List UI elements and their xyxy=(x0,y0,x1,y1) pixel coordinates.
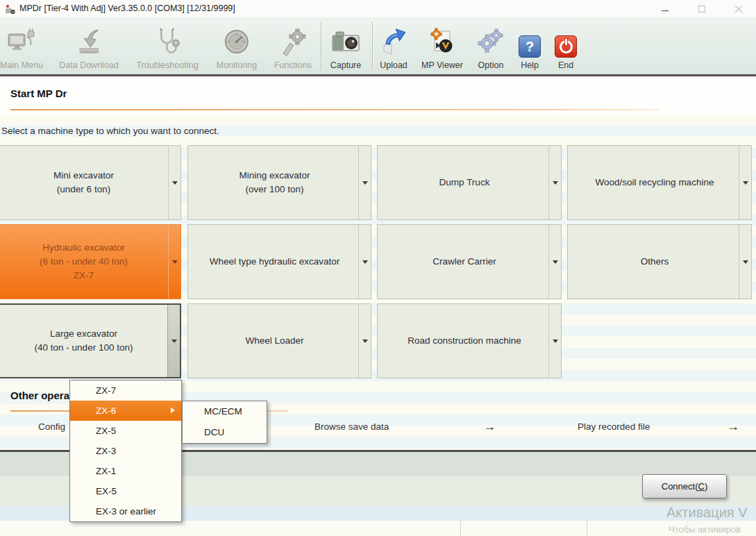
machine-button-wheel-type-hydraulic-excavator[interactable]: Wheel type hydraulic excavator xyxy=(187,224,371,299)
machine-button-wood-soil-recycling[interactable]: Wood/soil recycling machine xyxy=(567,145,752,220)
data-download-icon xyxy=(74,27,104,58)
app-window: MPDr [Tier-4 With Adj] Ver3.35.0.0 [COM3… xyxy=(0,0,756,536)
machine-button-road-construction-machine[interactable]: Road construction machine xyxy=(377,303,562,378)
minimize-icon xyxy=(661,5,669,13)
dropdown-arrow-icon xyxy=(553,340,558,343)
submenu-item-mc-ecm[interactable]: MC/ECM xyxy=(183,401,267,422)
menu-item-zx1[interactable]: ZX-1 xyxy=(70,461,181,481)
button-label: Hydraulic excavator xyxy=(40,241,128,255)
bottom-band xyxy=(0,521,756,536)
close-button[interactable] xyxy=(723,0,755,18)
toolbar-end-button[interactable]: End xyxy=(555,24,577,70)
dropdown-arrow-icon xyxy=(362,260,368,264)
dropdown-arrow-strip[interactable] xyxy=(358,146,371,219)
dropdown-arrow-icon xyxy=(172,260,178,264)
dropdown-arrow-strip[interactable] xyxy=(358,304,371,378)
machine-button-others[interactable]: Others xyxy=(567,224,752,299)
page-header: Start MP Dr xyxy=(0,76,756,115)
menu-item-label: ZX-6 xyxy=(96,405,116,416)
mp-viewer-icon xyxy=(427,27,457,58)
toolbar-mp-viewer-button[interactable]: MP Viewer xyxy=(421,24,463,70)
toolbar-help-button[interactable]: ? Help xyxy=(519,24,541,70)
toolbar-label: Capture xyxy=(330,60,361,70)
connect-accesskey: C xyxy=(698,481,705,492)
dropdown-arrow-strip[interactable] xyxy=(167,305,180,377)
menu-item-zx3[interactable]: ZX-3 xyxy=(70,441,181,461)
dropdown-arrow-strip[interactable] xyxy=(168,225,180,299)
machine-button-large-excavator[interactable]: Large excavator(40 ton - under 100 ton) xyxy=(0,303,181,378)
button-label: Wheel Loader xyxy=(245,334,303,348)
button-label: Others xyxy=(641,255,669,269)
dropdown-arrow-icon xyxy=(553,181,558,185)
machine-button-dump-truck[interactable]: Dump Truck xyxy=(377,145,562,220)
toolbar-troubleshooting-button[interactable]: Troubleshooting xyxy=(136,24,198,70)
dropdown-arrow-strip[interactable] xyxy=(548,225,561,299)
dropdown-arrow-icon xyxy=(362,340,368,343)
machine-button-wheel-loader[interactable]: Wheel Loader xyxy=(187,303,371,378)
maximize-icon xyxy=(698,5,706,13)
dropdown-arrow-strip[interactable] xyxy=(739,146,751,219)
machine-button-hydraulic-excavator[interactable]: Hydraulic excavator(6 ton - under 40 ton… xyxy=(0,224,181,299)
main-menu-icon xyxy=(6,27,37,58)
dropdown-arrow-icon xyxy=(553,260,558,264)
menu-item-ex5[interactable]: EX-5 xyxy=(70,481,181,501)
button-label: Crawler Carrier xyxy=(432,255,496,269)
toolbar-monitoring-button[interactable]: Monitoring xyxy=(217,24,257,70)
menu-item-ex3-or-earlier[interactable]: EX-3 or earlier xyxy=(70,501,181,521)
minimize-button[interactable] xyxy=(649,0,681,18)
connect-label: Connect( xyxy=(662,481,698,492)
upload-icon xyxy=(378,27,409,58)
toolbar-label: Functions xyxy=(274,60,312,70)
menu-item-zx7[interactable]: ZX-7 xyxy=(70,380,181,401)
toolbar-option-button[interactable]: Option xyxy=(476,24,506,70)
toolbar-data-download-button[interactable]: Data Download xyxy=(59,24,118,70)
dropdown-arrow-strip[interactable] xyxy=(548,146,561,219)
toolbar-capture-button[interactable]: Capture xyxy=(330,24,362,70)
power-icon xyxy=(555,35,577,58)
play-recorded-file-link[interactable]: Play recorded file xyxy=(578,421,650,432)
dropdown-arrow-strip[interactable] xyxy=(168,146,180,219)
button-label: Mining excavator xyxy=(239,169,310,183)
close-icon xyxy=(734,5,743,13)
toolbar-upload-button[interactable]: Upload xyxy=(378,24,409,70)
windows-activation-watermark: Чтобы активиров xyxy=(669,524,741,535)
machine-button-crawler-carrier[interactable]: Crawler Carrier xyxy=(377,224,562,299)
dropdown-arrow-strip[interactable] xyxy=(358,225,371,299)
troubleshooting-icon xyxy=(152,27,183,58)
browse-save-data-link[interactable]: Browse save data xyxy=(314,421,389,432)
dropdown-arrow-icon xyxy=(743,260,748,264)
windows-activation-watermark: Активация V xyxy=(666,505,748,521)
button-label: (6 ton - under 40 ton) xyxy=(40,255,128,269)
menu-item-zx6[interactable]: ZX-6 xyxy=(70,401,181,421)
submenu-item-dcu[interactable]: DCU xyxy=(183,422,267,443)
toolbar-label: Data Download xyxy=(59,60,118,70)
connect-button[interactable]: Connect(C) xyxy=(642,474,727,499)
maximize-button[interactable] xyxy=(686,0,718,18)
dropdown-arrow-strip[interactable] xyxy=(548,304,561,378)
machine-button-mining-excavator[interactable]: Mining excavator(over 100 ton) xyxy=(187,145,371,220)
play-recorded-file-arrow-icon[interactable]: → xyxy=(727,419,739,434)
dropdown-arrow-icon xyxy=(743,181,748,185)
dropdown-arrow-strip[interactable] xyxy=(739,225,751,299)
help-icon: ? xyxy=(519,35,541,58)
menu-item-zx5[interactable]: ZX-5 xyxy=(70,421,181,441)
toolbar-functions-button[interactable]: Functions xyxy=(274,24,312,70)
app-icon xyxy=(5,3,16,15)
toolbar: Main Menu Data Download Troubleshooting xyxy=(0,19,756,76)
button-label: Wood/soil recycling machine xyxy=(596,176,714,190)
connect-label: ) xyxy=(705,481,707,492)
toolbar-main-menu-button[interactable]: Main Menu xyxy=(0,24,43,70)
toolbar-separator xyxy=(372,22,373,70)
config-link[interactable]: Config xyxy=(38,421,65,432)
button-label: Large excavator xyxy=(35,327,133,341)
button-label: (under 6 ton) xyxy=(53,183,114,196)
toolbar-label: Main Menu xyxy=(0,60,43,70)
option-icon xyxy=(476,27,506,58)
toolbar-label: End xyxy=(558,60,573,70)
toolbar-separator xyxy=(321,22,321,70)
toolbar-label: Monitoring xyxy=(217,60,257,70)
browse-save-data-arrow-icon[interactable]: → xyxy=(483,419,496,434)
monitoring-icon xyxy=(221,27,252,58)
machine-button-mini-excavator[interactable]: Mini excavator(under 6 ton) xyxy=(0,145,181,220)
button-label: Road construction machine xyxy=(408,334,521,348)
